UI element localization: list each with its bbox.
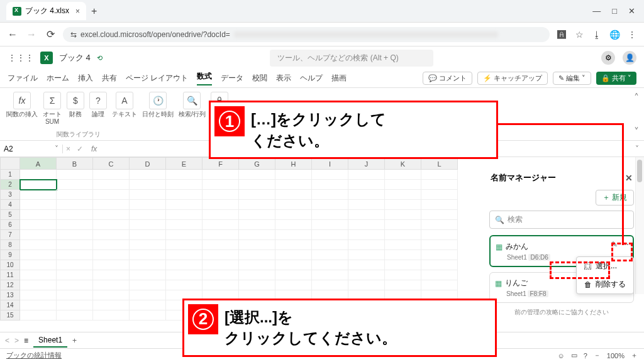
cell[interactable] xyxy=(312,170,348,180)
column-header[interactable]: C xyxy=(93,157,130,170)
cell[interactable] xyxy=(93,190,130,200)
cell[interactable] xyxy=(421,260,458,270)
cell[interactable] xyxy=(57,250,93,260)
cell[interactable] xyxy=(93,200,130,210)
cell[interactable] xyxy=(130,280,166,290)
cell[interactable] xyxy=(166,220,203,230)
cell[interactable] xyxy=(348,170,385,180)
nav-reload-icon[interactable]: ⟳ xyxy=(44,28,57,40)
row-header[interactable]: 13 xyxy=(0,290,20,300)
cell[interactable] xyxy=(57,290,93,300)
cell[interactable] xyxy=(57,300,93,310)
cell[interactable] xyxy=(421,220,458,230)
column-header[interactable]: D xyxy=(130,157,166,170)
new-name-button[interactable]: ＋ 新規 xyxy=(596,190,634,206)
cell[interactable] xyxy=(93,300,130,310)
cell[interactable] xyxy=(203,220,239,230)
column-header[interactable]: A xyxy=(20,157,57,170)
cell[interactable] xyxy=(312,200,348,210)
workbook-stats-link[interactable]: ブックの統計情報 xyxy=(6,351,62,360)
comments-button[interactable]: 💬 コメント xyxy=(423,72,472,85)
cell[interactable] xyxy=(130,170,166,180)
cell[interactable] xyxy=(20,170,57,180)
cell[interactable] xyxy=(348,250,385,260)
cell[interactable] xyxy=(203,170,239,180)
cell[interactable] xyxy=(203,190,239,200)
cell[interactable] xyxy=(57,280,93,290)
cell[interactable] xyxy=(130,290,166,300)
cell[interactable] xyxy=(312,260,348,270)
tab-share[interactable]: 共有 xyxy=(102,73,117,84)
tab-draw[interactable]: 描画 xyxy=(331,73,347,84)
cell[interactable] xyxy=(20,310,57,321)
cell[interactable] xyxy=(348,210,385,220)
datetime-button[interactable]: 🕐 日付と時刻 xyxy=(142,92,174,118)
tab-page-layout[interactable]: ページ レイアウト xyxy=(126,73,188,84)
feedback-icon[interactable]: ☺ xyxy=(558,352,565,359)
cell[interactable] xyxy=(57,170,93,180)
browser-menu-icon[interactable]: ⋮ xyxy=(626,30,638,40)
cell[interactable] xyxy=(275,250,312,260)
cell[interactable] xyxy=(130,230,166,240)
tab-close-icon[interactable]: × xyxy=(75,7,80,16)
user-avatar[interactable]: 👤 xyxy=(623,51,636,65)
cell[interactable] xyxy=(312,280,348,290)
download-icon[interactable]: ⭳ xyxy=(591,30,602,40)
cell[interactable] xyxy=(93,310,130,321)
cell[interactable] xyxy=(130,270,166,280)
cell[interactable] xyxy=(20,200,57,210)
search-box[interactable]: ツール、ヘルプなどの検索 (Alt + Q) xyxy=(270,50,433,67)
document-title[interactable]: ブック 4 xyxy=(59,52,91,63)
cell[interactable] xyxy=(275,210,312,220)
cell[interactable] xyxy=(348,180,385,190)
column-header[interactable]: E xyxy=(166,157,203,170)
cell[interactable] xyxy=(275,190,312,200)
tab-review[interactable]: 校閲 xyxy=(252,73,267,84)
row-header[interactable]: 15 xyxy=(0,310,20,321)
cell[interactable] xyxy=(130,260,166,270)
cell[interactable] xyxy=(239,250,275,260)
cell[interactable] xyxy=(421,180,458,190)
cell[interactable] xyxy=(348,270,385,280)
formula-expand-icon[interactable]: ˅ xyxy=(630,145,644,153)
cell[interactable] xyxy=(20,230,57,240)
row-header[interactable]: 11 xyxy=(0,270,20,280)
cell[interactable] xyxy=(239,210,275,220)
cell[interactable] xyxy=(93,290,130,300)
cell[interactable] xyxy=(203,210,239,220)
lookup-button[interactable]: 🔍 検索/行列 xyxy=(179,92,206,118)
cell[interactable] xyxy=(385,260,421,270)
cell[interactable] xyxy=(385,190,421,200)
cell[interactable] xyxy=(166,200,203,210)
cell[interactable] xyxy=(239,180,275,190)
tab-insert[interactable]: 挿入 xyxy=(78,73,93,84)
cell[interactable] xyxy=(275,220,312,230)
cell[interactable] xyxy=(166,260,203,270)
row-header[interactable]: 5 xyxy=(0,210,20,220)
browser-tab[interactable]: ブック 4.xlsx × xyxy=(6,2,86,20)
cell[interactable] xyxy=(385,200,421,210)
cell[interactable] xyxy=(385,270,421,280)
cell[interactable] xyxy=(93,220,130,230)
cell[interactable] xyxy=(203,240,239,250)
cell[interactable] xyxy=(57,220,93,230)
cell[interactable] xyxy=(20,260,57,270)
cell[interactable] xyxy=(312,230,348,240)
ribbon-expand-icon[interactable]: ˅ xyxy=(634,126,639,138)
cell[interactable] xyxy=(57,230,93,240)
zoom-in-icon[interactable]: ＋ xyxy=(631,351,638,360)
display-settings-icon[interactable]: ▭ xyxy=(571,351,577,359)
help-icon[interactable]: ? xyxy=(584,352,587,359)
cell[interactable] xyxy=(239,260,275,270)
cell[interactable] xyxy=(130,240,166,250)
cell[interactable] xyxy=(130,250,166,260)
cell[interactable] xyxy=(421,250,458,260)
cell[interactable] xyxy=(166,210,203,220)
cell[interactable] xyxy=(348,190,385,200)
app-launcher-icon[interactable]: ⋮⋮⋮ xyxy=(8,53,34,63)
window-minimize-icon[interactable]: ― xyxy=(592,6,601,16)
cell[interactable] xyxy=(93,240,130,250)
cell[interactable] xyxy=(421,280,458,290)
cell[interactable] xyxy=(203,280,239,290)
tab-view[interactable]: 表示 xyxy=(276,73,291,84)
